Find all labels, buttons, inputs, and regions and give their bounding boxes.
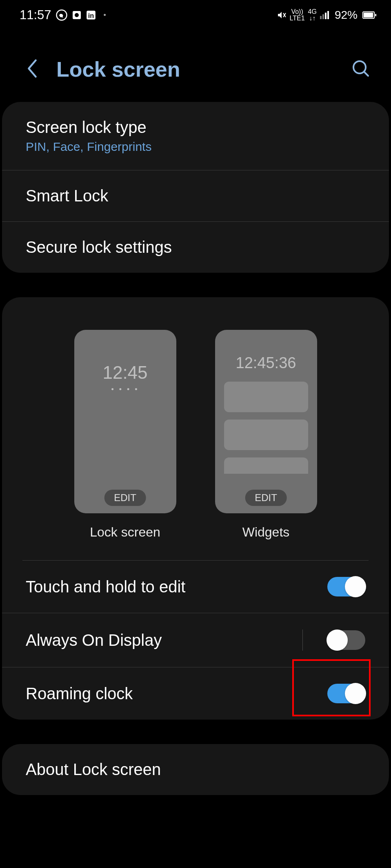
svg-text:in: in [88, 12, 93, 19]
lte-label: LTE1 [290, 15, 305, 22]
about-lock-screen-item[interactable]: About Lock screen [2, 744, 389, 795]
secure-lock-settings-item[interactable]: Secure lock settings [2, 222, 389, 273]
toggle-knob [345, 683, 366, 704]
item-title: Screen lock type [26, 118, 365, 137]
edit-button[interactable]: EDIT [104, 490, 146, 506]
roaming-clock-toggle[interactable] [327, 684, 365, 703]
widget-placeholder [224, 457, 308, 474]
item-title: Roaming clock [26, 685, 133, 703]
item-title: Secure lock settings [26, 238, 365, 256]
battery-pct: 92% [335, 9, 358, 22]
list-item-main: Screen lock type PIN, Face, Fingerprints [26, 118, 365, 154]
touch-hold-toggle[interactable] [327, 577, 365, 596]
page-title: Lock screen [56, 57, 335, 82]
list-item-main: Secure lock settings [26, 238, 365, 256]
item-title: Touch and hold to edit [26, 578, 185, 596]
preview-label: Lock screen [90, 525, 160, 540]
item-title: About Lock screen [26, 760, 161, 779]
touch-hold-edit-item[interactable]: Touch and hold to edit [2, 561, 389, 613]
list-item-main: Smart Lock [26, 187, 365, 205]
roaming-clock-item[interactable]: Roaming clock [2, 667, 389, 720]
previews-row: 12:45 • • • • EDIT Lock screen 12:45:36 … [22, 297, 369, 561]
back-icon[interactable] [24, 58, 40, 81]
edit-button[interactable]: EDIT [245, 490, 287, 506]
lockscreen-preview[interactable]: 12:45 • • • • EDIT [74, 330, 176, 513]
signal-icon [320, 11, 329, 19]
divider [302, 629, 303, 651]
vo-label: Vo)) [291, 9, 303, 15]
preview-label: Widgets [242, 525, 290, 540]
search-icon[interactable] [351, 59, 371, 80]
item-subtitle: PIN, Face, Fingerprints [26, 140, 365, 154]
network-indicator: 4G ↓↑ [308, 9, 317, 22]
widget-placeholder [224, 420, 308, 450]
preview-dots: • • • • [111, 385, 139, 394]
widgets-preview-column: 12:45:36 EDIT Widgets [215, 330, 317, 540]
preview-time: 12:45:36 [236, 354, 296, 372]
status-right: Vo)) LTE1 4G ↓↑ 92% [277, 9, 375, 22]
item-title: Always On Display [26, 631, 290, 649]
lockscreen-preview-column: 12:45 • • • • EDIT Lock screen [74, 330, 176, 540]
status-bar: 11:57 in • Vo)) LTE1 4G ↓↑ 92% [0, 0, 391, 29]
always-on-display-toggle[interactable] [327, 630, 365, 650]
always-on-display-item[interactable]: Always On Display [2, 613, 389, 667]
dot-icon: • [104, 11, 106, 20]
item-title: Smart Lock [26, 187, 365, 205]
network-label: 4G [308, 9, 317, 15]
display-settings-card: 12:45 • • • • EDIT Lock screen 12:45:36 … [2, 297, 389, 720]
widgets-preview[interactable]: 12:45:36 EDIT [215, 330, 317, 513]
linkedin-icon: in [86, 10, 96, 20]
lock-settings-card: Screen lock type PIN, Face, Fingerprints… [2, 102, 389, 273]
svg-line-8 [364, 72, 368, 76]
status-left: 11:57 in • [20, 8, 106, 22]
widget-placeholder [224, 382, 308, 412]
smart-lock-item[interactable]: Smart Lock [2, 170, 389, 222]
volte-indicator: Vo)) LTE1 [290, 9, 305, 22]
header: Lock screen [0, 29, 391, 102]
arrows-icon: ↓↑ [309, 15, 315, 22]
app-icon [72, 10, 82, 20]
battery-icon [362, 11, 375, 19]
preview-time: 12:45 [102, 362, 147, 383]
whatsapp-icon [56, 9, 68, 21]
about-card: About Lock screen [2, 744, 389, 795]
toggle-knob [327, 629, 348, 651]
status-time: 11:57 [20, 8, 51, 22]
screen-lock-type-item[interactable]: Screen lock type PIN, Face, Fingerprints [2, 102, 389, 170]
mute-icon [277, 10, 287, 20]
svg-point-2 [75, 13, 79, 17]
toggle-knob [345, 576, 366, 597]
